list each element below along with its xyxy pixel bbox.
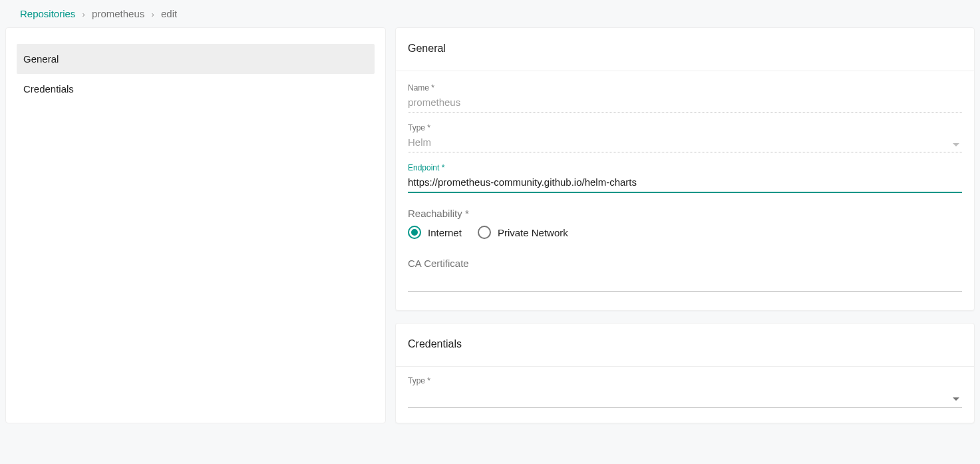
ca-certificate-label: CA Certificate <box>408 258 962 269</box>
sidebar-nav: General Credentials <box>5 27 386 423</box>
type-select <box>408 134 962 152</box>
breadcrumb-item: prometheus <box>92 8 144 19</box>
breadcrumb-separator: › <box>82 9 85 19</box>
credentials-type-select[interactable] <box>408 387 962 408</box>
endpoint-input[interactable] <box>408 174 962 193</box>
general-card-title: General <box>396 28 974 71</box>
sidebar-item-general[interactable]: General <box>17 44 375 74</box>
breadcrumb: Repositories › prometheus › edit <box>0 0 980 27</box>
breadcrumb-root-link[interactable]: Repositories <box>20 8 75 19</box>
sidebar-item-label: Credentials <box>23 83 74 95</box>
sidebar-item-label: General <box>23 53 59 65</box>
radio-private-network[interactable]: Private Network <box>478 226 568 239</box>
credentials-card: Credentials Type * <box>395 323 975 423</box>
general-card: General Name * Type * Endpoi <box>395 27 975 311</box>
radio-internet-label: Internet <box>428 227 462 238</box>
name-label: Name * <box>408 83 962 93</box>
reachability-label: Reachability * <box>408 208 962 219</box>
credentials-type-label: Type * <box>408 376 962 385</box>
sidebar-item-credentials[interactable]: Credentials <box>17 74 375 104</box>
name-input <box>408 94 962 113</box>
radio-private-label: Private Network <box>498 227 568 238</box>
credentials-card-title: Credentials <box>396 324 974 367</box>
radio-icon-unselected <box>478 226 491 239</box>
radio-icon-selected <box>408 226 421 239</box>
type-label: Type * <box>408 123 962 132</box>
ca-certificate-input[interactable] <box>408 273 962 292</box>
breadcrumb-separator: › <box>151 9 154 19</box>
radio-internet[interactable]: Internet <box>408 226 462 239</box>
breadcrumb-action: edit <box>161 8 177 19</box>
endpoint-label: Endpoint * <box>408 163 962 172</box>
